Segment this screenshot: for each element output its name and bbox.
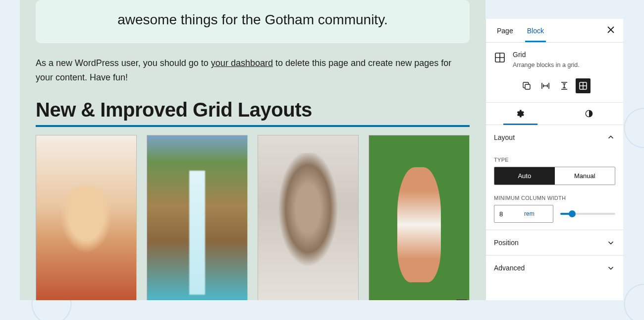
grid-image-3[interactable] (258, 135, 359, 300)
group-icon (522, 81, 532, 91)
min-col-width-label: Minimum column width (494, 195, 615, 201)
grid-heading[interactable]: New & Improved Grid Layouts (36, 99, 470, 127)
tab-settings[interactable] (486, 103, 555, 125)
editor-canvas[interactable]: awesome things for the Gotham community.… (20, 0, 485, 300)
dashboard-link[interactable]: your dashboard (211, 58, 273, 68)
grid-image-2[interactable] (147, 135, 248, 300)
unit-select[interactable]: rem (524, 210, 535, 217)
stack-icon (559, 81, 569, 91)
slider-thumb[interactable] (569, 210, 576, 217)
position-panel-title: Position (494, 239, 519, 247)
variation-grid-button[interactable] (576, 78, 590, 93)
min-col-input-wrap: rem (494, 205, 553, 223)
grid-variation-icon (578, 81, 588, 91)
type-segmented-control: Auto Manual (494, 167, 615, 185)
min-col-slider[interactable] (560, 213, 615, 215)
chevron-down-icon (606, 263, 615, 272)
variation-row-button[interactable] (538, 78, 553, 93)
tab-styles[interactable] (555, 103, 624, 125)
svg-rect-2 (525, 84, 530, 89)
intro-paragraph[interactable]: As a new WordPress user, you should go t… (36, 56, 470, 85)
min-col-width-control: rem (494, 205, 615, 223)
advanced-panel-title: Advanced (494, 264, 525, 272)
type-auto-button[interactable]: Auto (494, 167, 555, 185)
position-panel-toggle[interactable]: Position (486, 230, 623, 256)
inspector-mode-tabs (486, 102, 623, 125)
grid-image-1[interactable] (36, 135, 137, 300)
tab-block[interactable]: Block (520, 20, 551, 42)
variation-stack-button[interactable] (557, 78, 572, 93)
tab-page[interactable]: Page (490, 20, 520, 42)
type-manual-button[interactable]: Manual (555, 167, 615, 185)
grid-image-4[interactable]: + (369, 135, 470, 300)
block-inspector: Page Block Grid Arrange blocks in a grid… (485, 19, 623, 300)
gear-icon (515, 109, 525, 119)
chevron-up-icon (606, 133, 615, 142)
row-icon (540, 81, 550, 91)
advanced-panel-toggle[interactable]: Advanced (486, 256, 623, 280)
layout-panel-title: Layout (494, 133, 515, 141)
grid-block[interactable]: + (36, 135, 470, 300)
close-icon (607, 26, 614, 33)
type-label: Type (494, 157, 615, 163)
inspector-tabs: Page Block (486, 19, 623, 43)
block-description: Arrange blocks in a grid. (513, 62, 580, 68)
block-card: Grid Arrange blocks in a grid. (486, 43, 623, 70)
layout-panel-toggle[interactable]: Layout (486, 125, 623, 150)
block-title: Grid (513, 51, 580, 59)
chevron-down-icon (606, 238, 615, 247)
styles-icon (584, 109, 594, 119)
callout-text: awesome things for the Gotham community. (117, 12, 388, 27)
min-col-input[interactable] (499, 210, 524, 218)
callout-block[interactable]: awesome things for the Gotham community. (36, 0, 470, 43)
block-variation-picker (486, 70, 623, 102)
intro-text-before: As a new WordPress user, you should go t… (36, 58, 211, 68)
layout-panel-body: Type Auto Manual Minimum column width re… (486, 150, 623, 230)
grid-icon (494, 52, 506, 64)
add-block-button[interactable]: + (456, 300, 467, 300)
close-inspector-button[interactable] (604, 23, 617, 38)
variation-group-button[interactable] (519, 78, 534, 93)
